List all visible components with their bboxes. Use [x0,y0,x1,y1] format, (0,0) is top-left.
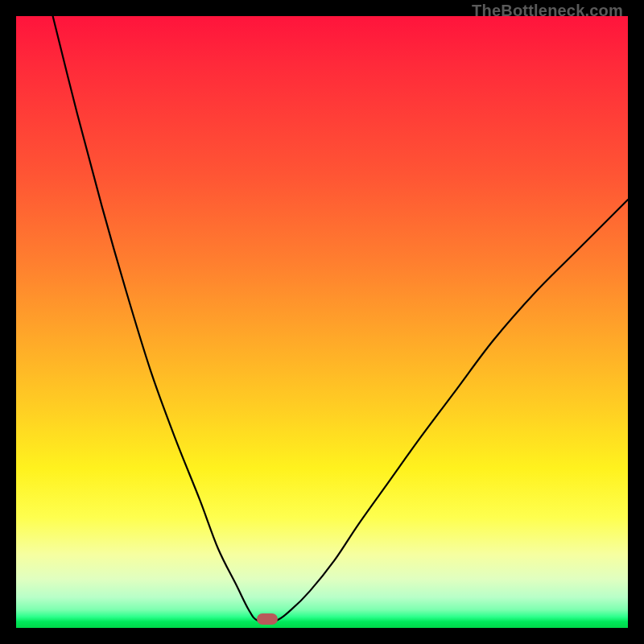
plot-area [16,16,628,628]
chart-frame: TheBottleneck.com [0,0,644,644]
optimal-point-marker [257,613,278,625]
bottleneck-curve [53,16,628,622]
curve-layer [16,16,628,628]
